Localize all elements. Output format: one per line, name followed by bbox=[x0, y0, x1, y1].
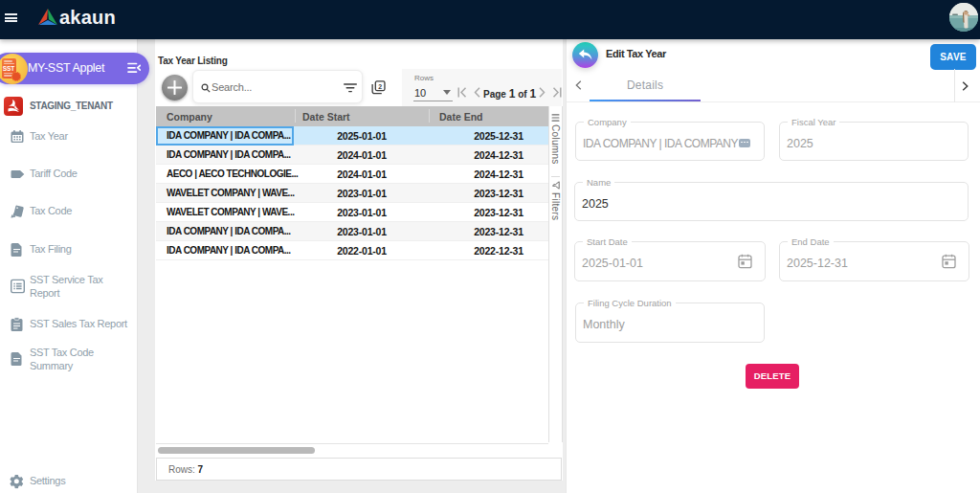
svg-text:2: 2 bbox=[378, 83, 382, 90]
